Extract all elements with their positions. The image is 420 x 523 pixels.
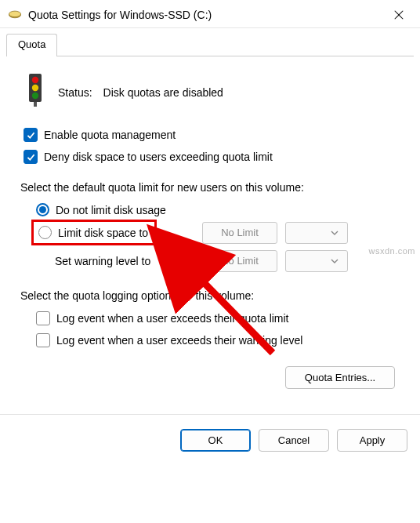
footer: OK Cancel Apply bbox=[0, 414, 420, 458]
warning-value-input[interactable]: No Limit bbox=[202, 250, 277, 272]
checkbox-checked-icon bbox=[24, 128, 38, 142]
limit-disk-row: Limit disk space to No Limit bbox=[31, 220, 401, 245]
ok-button[interactable]: OK bbox=[180, 429, 251, 452]
status-row: Status: Disk quotas are disabled bbox=[24, 74, 401, 111]
chevron-down-icon bbox=[330, 256, 339, 266]
checkbox-checked-icon bbox=[24, 150, 38, 164]
warning-level-row: Set warning level to No Limit bbox=[31, 250, 401, 272]
content-panel: Status: Disk quotas are disabled Enable … bbox=[0, 56, 420, 408]
check-log-warning-label: Log event when a user exceeds their warn… bbox=[56, 334, 302, 347]
close-button[interactable] bbox=[386, 4, 412, 26]
traffic-light-icon bbox=[24, 74, 47, 111]
check-enable-quota[interactable]: Enable quota management bbox=[24, 128, 401, 142]
warning-unit-select[interactable] bbox=[285, 250, 348, 272]
disk-icon bbox=[8, 8, 22, 22]
chevron-down-icon bbox=[330, 228, 339, 238]
cancel-button[interactable]: Cancel bbox=[259, 429, 329, 452]
watermark-text: wsxdn.com bbox=[368, 246, 415, 256]
radio-limit-label: Limit disk space to bbox=[58, 227, 148, 239]
quota-entries-row: Quota Entries... bbox=[20, 366, 395, 389]
titlebar: Quota Settings for Windows-SSD (C:) bbox=[0, 0, 420, 28]
svg-point-7 bbox=[32, 93, 38, 99]
checkbox-unchecked-icon bbox=[36, 311, 50, 325]
check-deny-space[interactable]: Deny disk space to users exceeding quota… bbox=[24, 150, 401, 164]
apply-button[interactable]: Apply bbox=[337, 429, 407, 452]
status-label: Status: bbox=[58, 86, 92, 99]
svg-point-5 bbox=[32, 77, 38, 83]
limit-value-input[interactable]: No Limit bbox=[202, 222, 277, 244]
button-row: OK Cancel Apply bbox=[0, 423, 420, 458]
check-enable-label: Enable quota management bbox=[44, 129, 176, 141]
radio-no-limit-label: Do not limit disk usage bbox=[56, 204, 166, 216]
radio-selected-icon bbox=[36, 203, 49, 216]
tab-quota[interactable]: Quota bbox=[6, 34, 57, 56]
radio-no-limit[interactable]: Do not limit disk usage bbox=[36, 203, 401, 216]
quota-entries-button[interactable]: Quota Entries... bbox=[285, 366, 395, 389]
radio-unselected-icon bbox=[38, 226, 52, 239]
checkbox-unchecked-icon bbox=[36, 333, 50, 347]
tabstrip: Quota bbox=[6, 33, 414, 56]
limit-heading: Select the default quota limit for new u… bbox=[20, 181, 401, 194]
radio-limit-disk[interactable]: Limit disk space to bbox=[38, 226, 148, 239]
status-value: Disk quotas are disabled bbox=[103, 86, 223, 99]
limit-unit-select[interactable] bbox=[285, 222, 348, 244]
log-heading: Select the quota logging options for thi… bbox=[20, 289, 401, 302]
svg-point-6 bbox=[32, 85, 38, 91]
check-deny-label: Deny disk space to users exceeding quota… bbox=[44, 151, 273, 163]
highlight-annotation: Limit disk space to bbox=[31, 220, 157, 245]
check-log-limit[interactable]: Log event when a user exceeds their quot… bbox=[36, 311, 401, 325]
warning-label: Set warning level to bbox=[31, 255, 202, 267]
check-log-warning[interactable]: Log event when a user exceeds their warn… bbox=[36, 333, 401, 347]
window-title: Quota Settings for Windows-SSD (C:) bbox=[28, 9, 386, 21]
check-log-limit-label: Log event when a user exceeds their quot… bbox=[56, 312, 289, 325]
svg-point-1 bbox=[9, 11, 21, 17]
svg-rect-8 bbox=[34, 102, 37, 107]
